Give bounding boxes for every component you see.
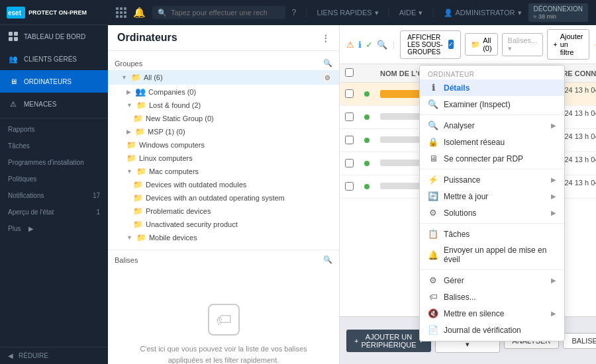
search-panel-icon[interactable]: ⋮ xyxy=(321,33,330,43)
bell-icon[interactable]: 🔔 xyxy=(133,7,146,19)
ctx-label: Analyser xyxy=(444,121,475,130)
sidebar-item-programmes[interactable]: Programmes d'installation xyxy=(0,154,108,171)
search-input[interactable] xyxy=(152,6,285,19)
tree-item-static[interactable]: 📁 New Static Group (0) xyxy=(108,112,339,125)
sidebar: eset PROTECT ON-PREM TABLEAU DE BORD 👥 C… xyxy=(0,0,108,364)
ctx-item-analyser[interactable]: 🔍 Analyser ▶ xyxy=(420,117,564,134)
tree-item-lost[interactable]: ▼ 📁 Lost & found (2) xyxy=(108,99,339,112)
sidebar-item-label: TABLEAU DE BORD xyxy=(24,33,85,40)
baises-section: Balises 🔍 🏷 C'est ici que vous pouvez vo… xyxy=(108,250,339,364)
group-label: Problematic devices xyxy=(146,207,211,215)
sidebar-item-apercu[interactable]: Aperçu de l'état 1 xyxy=(0,204,108,220)
aide-button[interactable]: AIDE ▾ xyxy=(399,9,423,17)
ctx-item-examiner[interactable]: 🔍 Examiner (Inspect) xyxy=(420,96,564,113)
group-icon: 👥 xyxy=(135,87,146,97)
arrow-icon: ▶ xyxy=(551,122,556,129)
ctx-item-balises[interactable]: 🏷 Balises... xyxy=(420,289,564,305)
baises-empty-text: C'est ici que vous pouvez voir la liste … xyxy=(128,343,319,364)
app-grid-button[interactable] xyxy=(116,7,126,18)
folder-icon: 📁 xyxy=(136,233,146,242)
arrow-icon: ▶ xyxy=(551,209,556,216)
tree-item-unactivated[interactable]: 📁 Unactivated security product xyxy=(108,218,339,231)
update-ctx-icon: 🔄 xyxy=(428,191,438,201)
sidebar-item-notifications[interactable]: Notifications 17 xyxy=(0,187,108,204)
sidebar-item-menaces[interactable]: ⚠ MENACES xyxy=(0,93,108,115)
sidebar-item-label: Rapports xyxy=(8,126,35,133)
ctx-label: Gérer xyxy=(444,276,464,285)
tree-item-linux[interactable]: 📁 Linux computers xyxy=(108,152,339,165)
group-label: Companies (0) xyxy=(148,88,196,96)
ctx-label: Puissance xyxy=(444,175,480,185)
context-menu-overlay[interactable]: Ordinateur ℹ Détails 🔍 Examiner (Inspect… xyxy=(340,25,596,364)
sidebar-item-tableau[interactable]: TABLEAU DE BORD xyxy=(0,25,108,48)
svg-text:eset: eset xyxy=(8,9,22,17)
sidebar-item-plus[interactable]: Plus ▶ xyxy=(0,220,108,237)
group-label: Mobile devices xyxy=(149,234,197,242)
folder-icon: 📁 xyxy=(133,220,143,229)
chevron-down-icon-admin: ▾ xyxy=(518,9,522,17)
reduce-label: RÉDUIRE xyxy=(19,352,48,359)
group-label: All (6) xyxy=(144,73,163,81)
product-name: PROTECT ON-PREM xyxy=(28,9,87,16)
group-label: Mac computers xyxy=(149,167,199,175)
ctx-item-details[interactable]: ℹ Détails xyxy=(420,79,564,96)
sidebar-item-ordinateurs[interactable]: 🖥 ORDINATEURS xyxy=(0,70,108,93)
baises-title: Balises 🔍 xyxy=(115,255,332,264)
tree-item-mobile[interactable]: ▼ 📁 Mobile devices xyxy=(108,231,339,244)
ctx-item-puissance[interactable]: ⚡ Puissance ▶ xyxy=(420,171,564,188)
content-area: Ordinateurs ⋮ Groupes 🔍 ▼ 📁 All (6) ⚙ xyxy=(108,25,596,364)
ctx-item-envoi[interactable]: 🔔 Envoyer un appel de mise en éveil xyxy=(420,242,564,267)
sidebar-reduce[interactable]: ◀ RÉDUIRE xyxy=(0,347,108,364)
ctx-item-mettre-a-jour[interactable]: 🔄 Mettre à jour ▶ xyxy=(420,188,564,205)
deconnect-button[interactable]: DÉCONNEXION ≈ 38 min xyxy=(528,3,588,22)
user-icon: 👤 xyxy=(444,9,453,17)
sidebar-item-clients[interactable]: 👥 CLIENTS GÉRÉS xyxy=(0,48,108,70)
tag-ctx-icon: 🏷 xyxy=(428,292,438,302)
sidebar-item-label: Tâches xyxy=(8,142,30,150)
aide-label: AIDE xyxy=(399,9,417,17)
folder-icon: 📁 xyxy=(133,114,143,123)
ctx-item-isolement[interactable]: 🔒 Isolement réseau xyxy=(420,134,564,150)
folder-icon: 📁 xyxy=(133,193,143,203)
ctx-item-silence[interactable]: 🔇 Mettre en silence ▶ xyxy=(420,305,564,322)
groups-search-icon[interactable]: 🔍 xyxy=(323,59,332,68)
baises-label: Balises xyxy=(115,256,138,264)
sidebar-item-taches[interactable]: Tâches xyxy=(0,138,108,154)
tree-arrow: ▶ xyxy=(126,89,131,95)
tree-item-companies[interactable]: ▶ 👥 Companies (0) xyxy=(108,85,339,99)
group-label: New Static Group (0) xyxy=(146,114,214,122)
sidebar-item-rapports[interactable]: Rapports xyxy=(0,121,108,138)
right-panel: ⚠ ℹ ✓ 🔍 | AFFICHER LES SOUS-GROUPES ✓ 📁 … xyxy=(340,25,596,364)
liens-rapides-button[interactable]: LIENS RAPIDES ▾ xyxy=(317,9,378,17)
tree-item-msp[interactable]: ▶ 📁 MSP (1) (0) xyxy=(108,125,339,138)
tree-item-windows[interactable]: 📁 Windows computers xyxy=(108,138,339,152)
ctx-label: Mettre en silence xyxy=(444,309,504,318)
folder-icon: 📁 xyxy=(133,180,143,189)
tree-item-outdated-mod[interactable]: 📁 Devices with outdated modules xyxy=(108,178,339,191)
ctx-item-rdp[interactable]: 🖥 Se connecter par RDP xyxy=(420,150,564,167)
admin-button[interactable]: 👤 ADMINISTRATOR ▾ xyxy=(444,9,522,17)
tree-item-all[interactable]: ▼ 📁 All (6) ⚙ xyxy=(108,70,339,85)
tree-arrow: ▶ xyxy=(126,128,131,135)
warning-icon: ⚠ xyxy=(8,99,19,109)
grid-icon xyxy=(8,31,19,42)
ctx-item-solutions[interactable]: ⚙ Solutions ▶ xyxy=(420,205,564,221)
chevron-down-icon-aide: ▾ xyxy=(419,9,422,17)
sidebar-item-politiques[interactable]: Politiques xyxy=(0,171,108,187)
tree-item-problematic[interactable]: 📁 Problematic devices xyxy=(108,205,339,218)
ctx-item-taches[interactable]: 📋 Tâches xyxy=(420,226,564,242)
rdp-ctx-icon: 🖥 xyxy=(428,154,438,163)
baises-search-icon[interactable]: 🔍 xyxy=(323,255,332,264)
tree-arrow: ▼ xyxy=(126,234,132,241)
deconnexion-label: DÉCONNEXION xyxy=(534,5,583,13)
ctx-item-gerer[interactable]: ⚙ Gérer ▶ xyxy=(420,272,564,289)
baises-empty: 🏷 C'est ici que vous pouvez voir la list… xyxy=(115,291,332,364)
gear-icon[interactable]: ⚙ xyxy=(322,72,332,83)
groups-section: Groupes 🔍 ▼ 📁 All (6) ⚙ ▶ 👥 Companies (0… xyxy=(108,51,339,250)
ctx-label: Examiner (Inspect) xyxy=(444,100,511,109)
ctx-item-journal[interactable]: 📄 Journal de vérification xyxy=(420,322,564,338)
tree-item-mac[interactable]: ▼ 📁 Mac computers xyxy=(108,165,339,178)
tree-item-outdated-os[interactable]: 📁 Devices with an outdated operating sys… xyxy=(108,191,339,205)
expand-arrow: ▼ xyxy=(121,74,127,81)
sidebar-item-label: Programmes d'installation xyxy=(8,159,84,166)
